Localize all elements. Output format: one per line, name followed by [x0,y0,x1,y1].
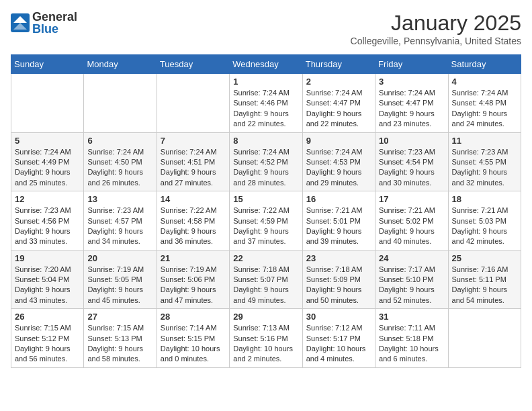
calendar-cell: 4Sunrise: 7:24 AM Sunset: 4:48 PM Daylig… [448,74,521,133]
calendar-cell: 27Sunrise: 7:15 AM Sunset: 5:13 PM Dayli… [84,309,157,368]
weekday-header-tuesday: Tuesday [157,55,229,74]
day-info: Sunrise: 7:17 AM Sunset: 5:10 PM Dayligh… [379,265,444,306]
day-number: 3 [379,77,444,87]
calendar-cell: 28Sunrise: 7:14 AM Sunset: 5:15 PM Dayli… [157,309,229,368]
title-block: January 2025 Collegeville, Pennsylvania,… [351,11,521,46]
calendar-cell: 3Sunrise: 7:24 AM Sunset: 4:47 PM Daylig… [375,74,448,133]
calendar-cell: 12Sunrise: 7:23 AM Sunset: 4:56 PM Dayli… [11,191,84,250]
day-number: 28 [161,312,226,322]
calendar-cell: 6Sunrise: 7:24 AM Sunset: 4:50 PM Daylig… [84,132,157,191]
day-info: Sunrise: 7:22 AM Sunset: 4:59 PM Dayligh… [233,205,298,247]
calendar-cell: 22Sunrise: 7:18 AM Sunset: 5:07 PM Dayli… [230,250,302,309]
day-number: 12 [15,194,80,204]
day-number: 6 [87,136,152,146]
calendar-cell: 11Sunrise: 7:23 AM Sunset: 4:55 PM Dayli… [448,132,521,191]
calendar-cell: 5Sunrise: 7:24 AM Sunset: 4:49 PM Daylig… [11,132,84,191]
weekday-header-saturday: Saturday [448,55,521,74]
day-info: Sunrise: 7:12 AM Sunset: 5:17 PM Dayligh… [306,323,371,365]
day-info: Sunrise: 7:23 AM Sunset: 4:54 PM Dayligh… [379,147,444,189]
calendar-cell: 15Sunrise: 7:22 AM Sunset: 4:59 PM Dayli… [230,191,302,250]
day-number: 19 [15,253,80,263]
day-info: Sunrise: 7:22 AM Sunset: 4:58 PM Dayligh… [161,205,226,247]
day-number: 11 [452,136,517,146]
calendar-cell: 24Sunrise: 7:17 AM Sunset: 5:10 PM Dayli… [375,250,448,309]
day-number: 16 [306,194,371,204]
weekday-header-monday: Monday [84,55,157,74]
day-info: Sunrise: 7:21 AM Sunset: 5:02 PM Dayligh… [379,205,444,247]
day-number: 18 [452,194,517,204]
calendar-cell: 1Sunrise: 7:24 AM Sunset: 4:46 PM Daylig… [230,74,302,133]
calendar-cell: 25Sunrise: 7:16 AM Sunset: 5:11 PM Dayli… [448,250,521,309]
calendar-cell: 26Sunrise: 7:15 AM Sunset: 5:12 PM Dayli… [11,309,84,368]
weekday-header-friday: Friday [375,55,448,74]
day-number: 13 [87,194,152,204]
calendar-cell [157,74,229,133]
day-number: 21 [161,253,226,263]
day-info: Sunrise: 7:16 AM Sunset: 5:11 PM Dayligh… [452,265,517,306]
day-info: Sunrise: 7:19 AM Sunset: 5:05 PM Dayligh… [87,265,152,306]
weekday-header-thursday: Thursday [302,55,375,74]
calendar-cell: 20Sunrise: 7:19 AM Sunset: 5:05 PM Dayli… [84,250,157,309]
calendar-cell: 13Sunrise: 7:23 AM Sunset: 4:57 PM Dayli… [84,191,157,250]
day-number: 20 [87,253,152,263]
day-info: Sunrise: 7:24 AM Sunset: 4:52 PM Dayligh… [233,147,298,189]
day-info: Sunrise: 7:24 AM Sunset: 4:53 PM Dayligh… [306,147,371,189]
day-number: 24 [379,253,444,263]
day-info: Sunrise: 7:24 AM Sunset: 4:47 PM Dayligh… [379,88,444,130]
calendar-cell: 23Sunrise: 7:18 AM Sunset: 5:09 PM Dayli… [302,250,375,309]
day-number: 15 [233,194,298,204]
day-number: 5 [15,136,80,146]
calendar-cell: 19Sunrise: 7:20 AM Sunset: 5:04 PM Dayli… [11,250,84,309]
calendar-cell [84,74,157,133]
week-row-3: 12Sunrise: 7:23 AM Sunset: 4:56 PM Dayli… [11,191,521,250]
calendar-cell: 14Sunrise: 7:22 AM Sunset: 4:58 PM Dayli… [157,191,229,250]
day-info: Sunrise: 7:24 AM Sunset: 4:50 PM Dayligh… [87,147,152,189]
calendar-title: January 2025 [351,11,521,36]
logo-icon [11,13,30,32]
day-info: Sunrise: 7:24 AM Sunset: 4:51 PM Dayligh… [161,147,226,189]
day-number: 27 [87,312,152,322]
day-number: 30 [306,312,371,322]
calendar-cell: 8Sunrise: 7:24 AM Sunset: 4:52 PM Daylig… [230,132,302,191]
day-info: Sunrise: 7:20 AM Sunset: 5:04 PM Dayligh… [15,265,80,306]
day-number: 9 [306,136,371,146]
day-number: 25 [452,253,517,263]
day-info: Sunrise: 7:19 AM Sunset: 5:06 PM Dayligh… [161,265,226,306]
calendar-cell: 30Sunrise: 7:12 AM Sunset: 5:17 PM Dayli… [302,309,375,368]
logo-blue: Blue [32,23,77,35]
day-info: Sunrise: 7:14 AM Sunset: 5:15 PM Dayligh… [161,323,226,365]
day-info: Sunrise: 7:24 AM Sunset: 4:47 PM Dayligh… [306,88,371,130]
week-row-2: 5Sunrise: 7:24 AM Sunset: 4:49 PM Daylig… [11,132,521,191]
day-info: Sunrise: 7:11 AM Sunset: 5:18 PM Dayligh… [379,323,444,365]
weekday-header-wednesday: Wednesday [230,55,302,74]
day-number: 23 [306,253,371,263]
day-number: 4 [452,77,517,87]
logo: General Blue [11,11,77,35]
calendar-cell: 2Sunrise: 7:24 AM Sunset: 4:47 PM Daylig… [302,74,375,133]
day-info: Sunrise: 7:23 AM Sunset: 4:56 PM Dayligh… [15,205,80,247]
calendar-cell: 7Sunrise: 7:24 AM Sunset: 4:51 PM Daylig… [157,132,229,191]
day-info: Sunrise: 7:15 AM Sunset: 5:13 PM Dayligh… [87,323,152,365]
day-info: Sunrise: 7:23 AM Sunset: 4:55 PM Dayligh… [452,147,517,189]
day-number: 22 [233,253,298,263]
calendar-table: SundayMondayTuesdayWednesdayThursdayFrid… [11,54,521,368]
day-info: Sunrise: 7:15 AM Sunset: 5:12 PM Dayligh… [15,323,80,365]
weekday-header-row: SundayMondayTuesdayWednesdayThursdayFrid… [11,55,521,74]
calendar-cell: 16Sunrise: 7:21 AM Sunset: 5:01 PM Dayli… [302,191,375,250]
day-number: 10 [379,136,444,146]
week-row-5: 26Sunrise: 7:15 AM Sunset: 5:12 PM Dayli… [11,309,521,368]
calendar-cell: 21Sunrise: 7:19 AM Sunset: 5:06 PM Dayli… [157,250,229,309]
day-number: 26 [15,312,80,322]
day-info: Sunrise: 7:24 AM Sunset: 4:48 PM Dayligh… [452,88,517,130]
page-header: General Blue January 2025 Collegeville, … [11,11,521,46]
day-info: Sunrise: 7:18 AM Sunset: 5:07 PM Dayligh… [233,265,298,306]
day-number: 17 [379,194,444,204]
day-number: 8 [233,136,298,146]
day-number: 7 [161,136,226,146]
day-info: Sunrise: 7:13 AM Sunset: 5:16 PM Dayligh… [233,323,298,365]
week-row-4: 19Sunrise: 7:20 AM Sunset: 5:04 PM Dayli… [11,250,521,309]
logo-general: General [32,11,77,23]
day-info: Sunrise: 7:24 AM Sunset: 4:46 PM Dayligh… [233,88,298,130]
calendar-cell: 18Sunrise: 7:21 AM Sunset: 5:03 PM Dayli… [448,191,521,250]
day-info: Sunrise: 7:23 AM Sunset: 4:57 PM Dayligh… [87,205,152,247]
